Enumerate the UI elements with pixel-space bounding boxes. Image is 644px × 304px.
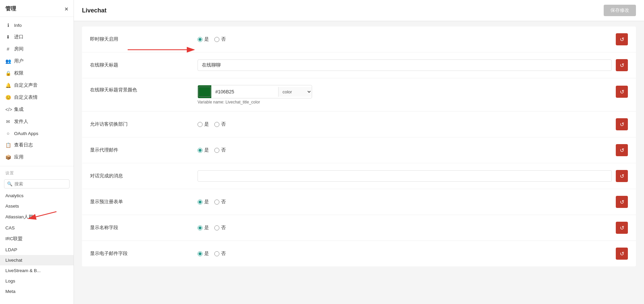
setting-label: 显示名称字段: [90, 225, 198, 231]
settings-item-assets[interactable]: Assets: [0, 201, 74, 211]
sidebar-item-permissions[interactable]: 🔒 权限: [0, 67, 74, 79]
radio-no-input[interactable]: [214, 251, 219, 256]
radio-no[interactable]: 否: [214, 121, 226, 127]
radio-no-input[interactable]: [214, 225, 219, 230]
setting-label: 即时聊天启用: [90, 36, 198, 42]
radio-no[interactable]: 否: [214, 225, 226, 231]
reset-button-title[interactable]: ↺: [616, 59, 628, 71]
settings-item-ldap[interactable]: LDAP: [0, 245, 74, 255]
radio-no[interactable]: 否: [214, 36, 226, 42]
sidebar-item-label: OAuth Apps: [14, 131, 38, 136]
search-input[interactable]: [14, 181, 67, 186]
setting-control: 是 否: [198, 251, 612, 257]
reset-button-email-field[interactable]: ↺: [616, 248, 628, 260]
reset-button-finished-msg[interactable]: ↺: [616, 170, 628, 182]
info-icon: ℹ: [5, 23, 11, 28]
radio-no-input[interactable]: [214, 200, 219, 205]
sidebar-item-info[interactable]: ℹ Info: [0, 19, 74, 31]
reset-button-color[interactable]: ↺: [616, 86, 628, 98]
oauth-icon: ○: [5, 131, 11, 136]
search-box[interactable]: 🔍: [4, 179, 70, 188]
sidebar-header: 管理 ×: [0, 0, 74, 17]
color-input-row: color expression: [198, 85, 312, 98]
radio-yes-input[interactable]: [198, 225, 203, 230]
radio-no[interactable]: 否: [214, 199, 226, 205]
setting-row-livechat-enabled: 即时聊天启用 是 否 ↺: [82, 27, 636, 52]
radio-yes-input[interactable]: [198, 251, 203, 256]
sidebar-item-apps[interactable]: 📦 应用: [0, 151, 74, 163]
save-button[interactable]: 保存修改: [604, 5, 636, 16]
sidebar: 管理 × ℹ Info ⬇ 进口 # 房间 👥 用户 🔒 权限 🔔 自定义声音: [0, 0, 74, 304]
radio-no[interactable]: 否: [214, 147, 226, 153]
main-area: Livechat 保存修改 即时聊天启用 是 否 ↺: [74, 0, 644, 304]
setting-row-title: 在线聊天标题 ↺: [82, 52, 636, 78]
code-icon: </>: [5, 107, 11, 112]
sidebar-item-label: 自定义表情: [14, 94, 38, 100]
sidebar-item-sender[interactable]: ✉ 发件人: [0, 116, 74, 128]
color-type-select[interactable]: color expression: [278, 87, 312, 97]
setting-label: 显示预注册表单: [90, 199, 198, 205]
color-hex-input[interactable]: [211, 86, 278, 97]
radio-yes[interactable]: 是: [198, 251, 209, 257]
radio-group-enabled: 是 否: [198, 36, 226, 42]
sound-icon: 🔔: [5, 83, 11, 88]
setting-label: 显示代理邮件: [90, 147, 198, 153]
reset-button-name-field[interactable]: ↺: [616, 222, 628, 234]
sidebar-item-label: 用户: [14, 58, 24, 64]
settings-item-meta[interactable]: Meta: [0, 286, 74, 297]
apps-icon: 📦: [5, 155, 11, 160]
radio-yes-input[interactable]: [198, 122, 203, 127]
variable-name: Variable name: Livechat_title_color: [198, 100, 312, 104]
reset-button-switch-dept[interactable]: ↺: [616, 118, 628, 130]
sidebar-item-logs[interactable]: 📋 查看日志: [0, 139, 74, 151]
main-header: Livechat 保存修改: [74, 0, 644, 21]
radio-yes[interactable]: 是: [198, 147, 209, 153]
setting-control: 是 否: [198, 199, 612, 205]
sidebar-item-import[interactable]: ⬇ 进口: [0, 31, 74, 43]
radio-yes-input[interactable]: [198, 148, 203, 153]
rooms-icon: #: [5, 46, 11, 52]
radio-yes[interactable]: 是: [198, 36, 209, 42]
reset-button-reg-form[interactable]: ↺: [616, 196, 628, 208]
finished-message-input[interactable]: [198, 170, 612, 182]
radio-no-input[interactable]: [214, 148, 219, 153]
livechat-title-input[interactable]: [198, 59, 612, 71]
reset-button-agent-email[interactable]: ↺: [616, 144, 628, 156]
import-icon: ⬇: [5, 34, 11, 40]
settings-item-logs[interactable]: Logs: [0, 276, 74, 286]
radio-yes[interactable]: 是: [198, 225, 209, 231]
radio-no-input[interactable]: [214, 37, 219, 42]
setting-control: [198, 170, 612, 182]
setting-label: 显示电子邮件字段: [90, 251, 198, 257]
setting-control: 是 否: [198, 225, 612, 231]
settings-item-cas[interactable]: CAS: [0, 223, 74, 233]
radio-yes-input[interactable]: [198, 200, 203, 205]
radio-yes-input[interactable]: [198, 37, 203, 42]
color-field-wrapper: color expression Variable name: Livechat…: [198, 85, 312, 104]
sidebar-item-custom-emoji[interactable]: 😊 自定义表情: [0, 91, 74, 103]
settings-item-irc[interactable]: IRC联盟: [0, 233, 74, 245]
radio-yes[interactable]: 是: [198, 199, 209, 205]
radio-no-input[interactable]: [214, 122, 219, 127]
sidebar-item-custom-sounds[interactable]: 🔔 自定义声音: [0, 79, 74, 91]
radio-yes[interactable]: 是: [198, 121, 209, 127]
color-swatch[interactable]: [198, 85, 211, 98]
sidebar-item-oauth[interactable]: ○ OAuth Apps: [0, 128, 74, 139]
close-icon[interactable]: ×: [65, 6, 68, 12]
radio-group-reg-form: 是 否: [198, 199, 226, 205]
setting-row-switch-dept: 允许访客切换部门 是 否 ↺: [82, 112, 636, 137]
sidebar-item-label: 权限: [14, 70, 24, 76]
reset-button-enabled[interactable]: ↺: [616, 33, 628, 45]
page-title: Livechat: [82, 7, 106, 14]
settings-item-livechat[interactable]: Livechat: [0, 255, 74, 265]
sidebar-item-integrations[interactable]: </> 集成: [0, 103, 74, 116]
sidebar-item-users[interactable]: 👥 用户: [0, 55, 74, 67]
setting-row-email-field: 显示电子邮件字段 是 否 ↺: [82, 241, 636, 266]
sidebar-nav: ℹ Info ⬇ 进口 # 房间 👥 用户 🔒 权限 🔔 自定义声音 😊 自定义…: [0, 17, 74, 166]
settings-item-livestream[interactable]: LiveStream & B...: [0, 265, 74, 276]
settings-item-atlassian[interactable]: Atlassian人群: [0, 211, 74, 223]
radio-no[interactable]: 否: [214, 251, 226, 257]
settings-item-analytics[interactable]: Analytics: [0, 190, 74, 201]
sidebar-item-rooms[interactable]: # 房间: [0, 43, 74, 55]
setting-control: color expression Variable name: Livechat…: [198, 85, 612, 104]
